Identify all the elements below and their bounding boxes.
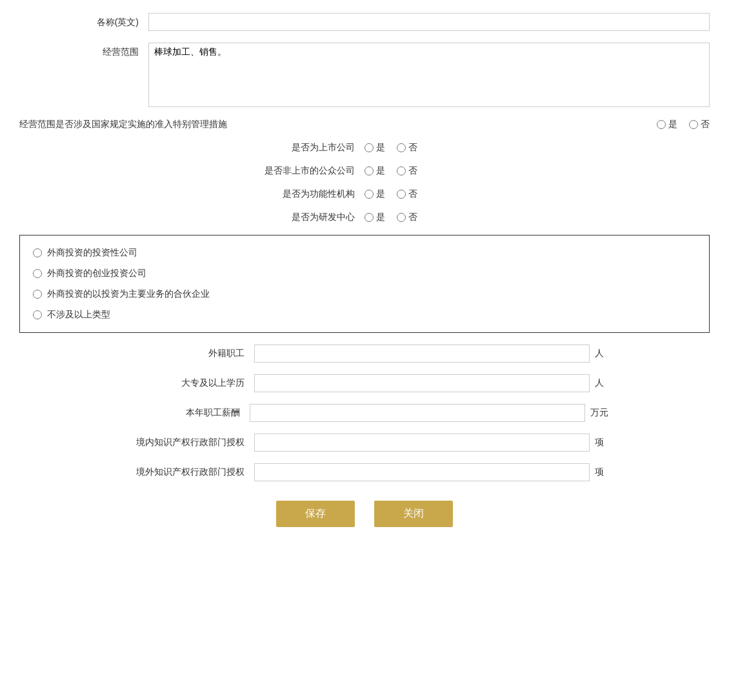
fi-option-3[interactable]: 外商投资的以投资为主要业务的合伙企业 xyxy=(33,288,696,300)
listed-company-label: 是否为上市公司 xyxy=(235,142,364,154)
yes-label-1: 是 xyxy=(668,119,677,130)
save-button[interactable]: 保存 xyxy=(276,501,355,527)
special-mgmt-no[interactable]: 否 xyxy=(689,119,710,130)
foreign-ip-unit: 项 xyxy=(590,466,604,478)
rd-yes[interactable]: 是 xyxy=(364,212,385,223)
no-label-4: 否 xyxy=(408,188,417,200)
fi-option-4-label: 不涉及以上类型 xyxy=(47,309,110,321)
foreign-ip-input[interactable] xyxy=(254,463,590,481)
functional-yes[interactable]: 是 xyxy=(364,188,385,200)
listed-yes[interactable]: 是 xyxy=(364,142,385,154)
domestic-ip-input[interactable] xyxy=(254,434,590,452)
functional-org-label: 是否为功能性机构 xyxy=(235,188,364,200)
functional-no[interactable]: 否 xyxy=(397,188,417,200)
close-button[interactable]: 关闭 xyxy=(374,501,453,527)
college-above-label: 大专及以上学历 xyxy=(125,377,254,389)
yes-label-3: 是 xyxy=(376,165,385,177)
domestic-ip-label: 境内知识产权行政部门授权 xyxy=(125,437,254,448)
non-listed-no[interactable]: 否 xyxy=(397,165,417,177)
foreign-workers-input[interactable] xyxy=(254,345,590,363)
no-label-2: 否 xyxy=(408,142,417,154)
yes-label-5: 是 xyxy=(376,212,385,223)
college-above-input[interactable] xyxy=(254,374,590,392)
foreign-workers-unit: 人 xyxy=(590,348,604,359)
special-mgmt-label: 经营范围是否涉及国家规定实施的准入特别管理措施 xyxy=(19,119,637,130)
non-listed-yes[interactable]: 是 xyxy=(364,165,385,177)
fi-option-2[interactable]: 外商投资的创业投资公司 xyxy=(33,268,696,279)
name-en-label: 各称(英文) xyxy=(19,13,148,28)
domestic-ip-unit: 项 xyxy=(590,437,604,448)
foreign-ip-label: 境外知识产权行政部门授权 xyxy=(125,466,254,478)
foreign-investment-box: 外商投资的投资性公司 外商投资的创业投资公司 外商投资的以投资为主要业务的合伙企… xyxy=(19,235,710,333)
special-mgmt-yes[interactable]: 是 xyxy=(657,119,677,130)
yes-label-2: 是 xyxy=(376,142,385,154)
fi-option-4[interactable]: 不涉及以上类型 xyxy=(33,309,696,321)
rd-no[interactable]: 否 xyxy=(397,212,417,223)
annual-salary-unit: 万元 xyxy=(585,407,608,419)
fi-option-3-label: 外商投资的以投资为主要业务的合伙企业 xyxy=(47,288,210,300)
rd-center-label: 是否为研发中心 xyxy=(235,212,364,223)
business-scope-label: 经营范围 xyxy=(19,43,148,58)
annual-salary-input[interactable] xyxy=(250,404,585,422)
fi-option-1[interactable]: 外商投资的投资性公司 xyxy=(33,247,696,259)
yes-label-4: 是 xyxy=(376,188,385,200)
non-listed-public-label: 是否非上市的公众公司 xyxy=(235,165,364,177)
no-label-3: 否 xyxy=(408,165,417,177)
business-scope-textarea[interactable]: 棒球加工、销售。 xyxy=(148,43,710,107)
no-label-5: 否 xyxy=(408,212,417,223)
fi-option-2-label: 外商投资的创业投资公司 xyxy=(47,268,146,279)
fi-option-1-label: 外商投资的投资性公司 xyxy=(47,247,137,259)
listed-no[interactable]: 否 xyxy=(397,142,417,154)
no-label-1: 否 xyxy=(701,119,710,130)
name-en-input[interactable] xyxy=(148,13,710,31)
college-above-unit: 人 xyxy=(590,377,604,389)
foreign-workers-label: 外籍职工 xyxy=(125,348,254,359)
buttons-row: 保存 关闭 xyxy=(19,501,710,527)
annual-salary-label: 本年职工薪酬 xyxy=(121,407,250,419)
